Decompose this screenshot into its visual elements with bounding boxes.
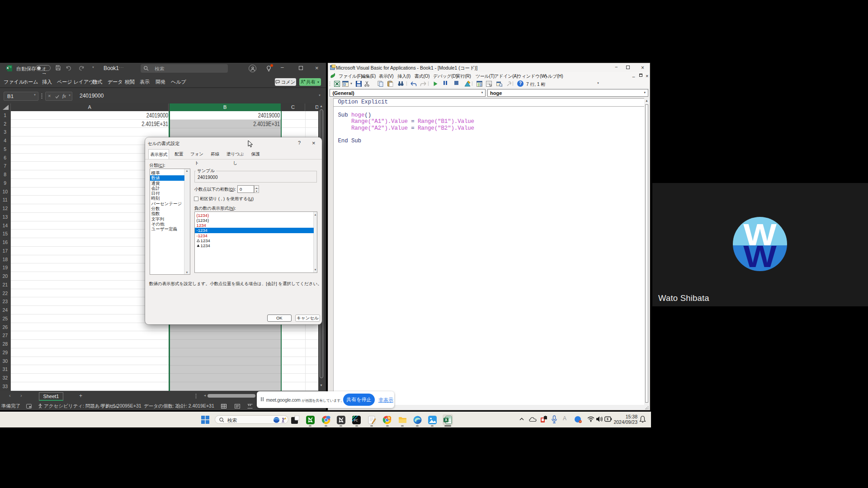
svg-text:k: k [388,416,390,419]
svg-text:W: W [743,239,777,271]
svg-text:PC: PC [354,419,358,422]
svg-text:X: X [6,66,9,70]
svg-text:X: X [445,418,448,422]
